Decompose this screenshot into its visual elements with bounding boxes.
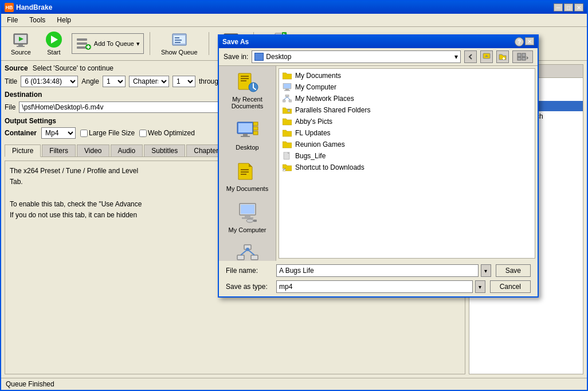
main-window: HB HandBrake ─ □ ✕ File Tools Help xyxy=(0,0,588,391)
file-item-reunion-games[interactable]: Reunion Games xyxy=(279,139,535,150)
dialog-bottom: File name: ▾ Save Save as type: ▾ Cancel xyxy=(219,261,538,296)
svg-rect-42 xyxy=(243,134,248,136)
svg-rect-55 xyxy=(253,220,257,222)
svg-rect-47 xyxy=(241,169,249,170)
svg-point-54 xyxy=(246,219,253,222)
dialog-title: Save As xyxy=(222,38,249,46)
folder-icon2 xyxy=(283,117,292,126)
shortcut-folder-icon xyxy=(283,163,292,172)
filetype-label: Save as type: xyxy=(226,283,272,291)
svg-rect-67 xyxy=(283,100,285,102)
file-item-my-documents[interactable]: My Documents xyxy=(279,70,535,81)
filename-row: File name: ▾ Save xyxy=(226,264,531,277)
svg-line-70 xyxy=(287,97,290,100)
file-item-my-computer[interactable]: My Computer xyxy=(279,81,535,93)
nav-back-button[interactable] xyxy=(464,50,477,63)
filename-input-wrap: ▾ xyxy=(276,264,491,277)
network-file-icon xyxy=(283,94,292,103)
dialog-overlay: Save As ? ✕ Save in: Desktop ▾ xyxy=(0,0,588,391)
svg-rect-49 xyxy=(241,174,246,175)
computer-file-icon xyxy=(283,83,292,92)
svg-rect-41 xyxy=(238,123,252,132)
desktop-label: Desktop xyxy=(236,144,258,151)
svg-rect-57 xyxy=(237,255,244,260)
my-documents-icon xyxy=(236,160,259,183)
file-item-fl-updates[interactable]: FL Updates xyxy=(279,127,535,139)
file-item-shortcut-downloads[interactable]: Shortcut to Downloads xyxy=(279,162,535,173)
nav-up-button[interactable] xyxy=(480,50,493,63)
dialog-body: My Recent Documents xyxy=(219,66,538,261)
svg-rect-65 xyxy=(284,90,290,91)
file-item-bugs-life[interactable]: Bugs_Life xyxy=(279,150,535,162)
svg-rect-53 xyxy=(242,217,253,219)
nav-views-button[interactable] xyxy=(512,50,533,63)
shortcut-network[interactable]: My Network Places xyxy=(219,238,276,261)
svg-rect-31 xyxy=(518,53,521,57)
svg-line-69 xyxy=(284,97,287,100)
save-in-arrow-icon: ▾ xyxy=(454,53,458,61)
svg-rect-44 xyxy=(253,122,258,126)
svg-rect-51 xyxy=(241,205,254,214)
file-list: My Documents My Computer My xyxy=(279,68,535,259)
svg-rect-33 xyxy=(518,57,521,60)
svg-rect-48 xyxy=(241,171,249,173)
svg-rect-75 xyxy=(283,169,285,171)
cancel-button[interactable]: Cancel xyxy=(490,280,531,293)
svg-rect-36 xyxy=(241,76,249,77)
my-computer-label: My Computer xyxy=(228,226,266,233)
desktop-icon xyxy=(236,119,259,142)
save-dialog: Save As ? ✕ Save in: Desktop ▾ xyxy=(218,34,539,298)
nav-new-folder-button[interactable] xyxy=(496,50,509,63)
filetype-dropdown-btn[interactable]: ▾ xyxy=(475,280,485,293)
recent-docs-icon xyxy=(236,71,259,93)
shortcut-recent[interactable]: My Recent Documents xyxy=(219,66,276,114)
dialog-close-button[interactable]: ✕ xyxy=(525,37,534,45)
svg-point-61 xyxy=(246,248,249,251)
svg-rect-63 xyxy=(284,84,291,88)
dialog-title-bar: Save As ? ✕ xyxy=(219,36,538,48)
svg-rect-66 xyxy=(285,95,289,97)
file-item-network[interactable]: My Network Places xyxy=(279,93,535,104)
shortcuts-panel: My Recent Documents xyxy=(219,66,276,261)
save-in-dropdown[interactable]: Desktop ▾ xyxy=(252,50,461,63)
my-documents-label: My Documents xyxy=(226,185,268,192)
svg-rect-64 xyxy=(285,89,289,90)
filename-label: File name: xyxy=(226,267,272,275)
dialog-toolbar: Save in: Desktop ▾ xyxy=(219,48,538,66)
dialog-help-button[interactable]: ? xyxy=(515,37,524,46)
folder-icon3 xyxy=(283,128,292,138)
svg-rect-38 xyxy=(241,80,246,81)
svg-rect-68 xyxy=(289,100,292,102)
network-folder-icon xyxy=(283,105,292,115)
file-icon xyxy=(283,151,292,161)
folder-icon4 xyxy=(283,140,292,149)
svg-rect-58 xyxy=(251,255,258,260)
file-item-parallels[interactable]: Parallels Shared Folders xyxy=(279,104,535,116)
svg-rect-46 xyxy=(253,131,258,135)
save-button[interactable]: Save xyxy=(496,264,531,277)
filetype-input-wrap: ▾ xyxy=(276,280,485,293)
filename-dropdown-btn[interactable]: ▾ xyxy=(481,264,491,277)
filename-input[interactable] xyxy=(276,264,479,277)
shortcut-my-documents[interactable]: My Documents xyxy=(219,155,276,197)
svg-rect-52 xyxy=(245,215,250,217)
shortcut-desktop[interactable]: Desktop xyxy=(219,114,276,155)
shortcut-my-computer[interactable]: My Computer xyxy=(219,197,276,238)
filetype-row: Save as type: ▾ Cancel xyxy=(226,280,531,293)
svg-rect-71 xyxy=(288,110,290,112)
svg-rect-32 xyxy=(522,53,526,57)
my-computer-icon xyxy=(236,201,259,224)
recent-docs-label: My Recent Documents xyxy=(221,96,273,110)
filetype-input[interactable] xyxy=(276,280,473,293)
svg-rect-34 xyxy=(522,57,526,60)
network-icon xyxy=(236,243,259,261)
file-item-abbys-picts[interactable]: Abby's Picts xyxy=(279,116,535,127)
svg-rect-43 xyxy=(241,136,250,137)
svg-rect-45 xyxy=(253,127,258,130)
dialog-title-controls: ? ✕ xyxy=(515,37,534,46)
folder-icon xyxy=(283,71,292,80)
svg-rect-37 xyxy=(241,78,249,79)
save-in-label: Save in: xyxy=(224,53,248,61)
